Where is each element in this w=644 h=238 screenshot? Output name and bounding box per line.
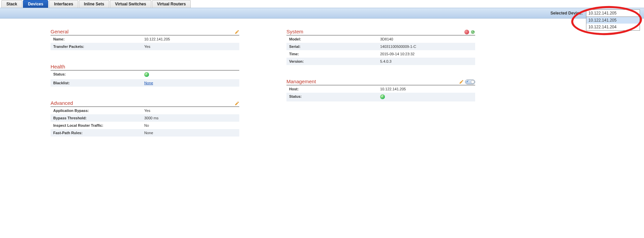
device-option-0[interactable]: 10.122.141.205 bbox=[586, 17, 640, 24]
right-column: System Model: 3D8140 Serial: 14031100500… bbox=[286, 29, 475, 150]
device-option-1[interactable]: 10.122.141.204 bbox=[586, 24, 640, 30]
value-name: 10.122.141.205 bbox=[144, 37, 237, 41]
pencil-icon[interactable] bbox=[235, 101, 239, 106]
row-fast-path: Fast-Path Rules: None bbox=[51, 129, 239, 137]
label-model: Model: bbox=[289, 37, 380, 41]
row-name: Name: 10.122.141.205 bbox=[51, 35, 239, 43]
row-bypass-threshold: Bypass Threshold: 3000 ms bbox=[51, 114, 239, 122]
tab-interfaces[interactable]: Interfaces bbox=[49, 0, 78, 8]
value-app-bypass: Yes bbox=[144, 109, 237, 113]
row-blacklist: Blacklist: None bbox=[51, 79, 239, 87]
blacklist-link[interactable]: None bbox=[144, 81, 153, 85]
label-serial: Serial: bbox=[289, 44, 380, 49]
row-app-bypass: Application Bypass: Yes bbox=[51, 107, 239, 114]
row-host: Host: 10.122.141.205 bbox=[286, 85, 475, 93]
section-system: System Model: 3D8140 Serial: 14031100500… bbox=[286, 29, 475, 65]
status-ok-icon bbox=[380, 94, 385, 99]
selected-device-label: Selected Device: bbox=[551, 11, 583, 16]
row-mgmt-status: Status: bbox=[286, 93, 475, 101]
value-health-status bbox=[144, 72, 237, 78]
section-advanced: Advanced Application Bypass: Yes Bypass … bbox=[51, 100, 239, 137]
content-area: General Name: 10.122.141.205 Transfer Pa… bbox=[0, 19, 644, 150]
pencil-icon[interactable] bbox=[459, 80, 464, 84]
label-host: Host: bbox=[289, 87, 380, 91]
restart-icon[interactable] bbox=[470, 30, 475, 34]
value-inspect-local: No bbox=[144, 123, 237, 127]
row-version: Version: 5.4.0.3 bbox=[286, 58, 475, 65]
row-model: Model: 3D8140 bbox=[286, 35, 475, 43]
tab-devices[interactable]: Devices bbox=[23, 0, 48, 8]
section-health: Health Status: Blacklist: None bbox=[51, 64, 239, 87]
label-time: Time: bbox=[289, 52, 380, 56]
tab-virtual-routers[interactable]: Virtual Routers bbox=[152, 0, 191, 8]
selected-device-options: 10.122.141.205 10.122.141.204 bbox=[586, 17, 640, 31]
tab-bar: Stack Devices Interfaces Inline Sets Vir… bbox=[0, 0, 644, 8]
value-time: 2015-09-14 10:23:32 bbox=[380, 52, 472, 56]
value-serial: 14031100500009-1-C bbox=[380, 44, 472, 49]
value-host: 10.122.141.205 bbox=[380, 87, 472, 91]
pencil-icon[interactable] bbox=[235, 30, 239, 34]
label-app-bypass: Application Bypass: bbox=[53, 109, 144, 113]
status-ok-icon bbox=[144, 72, 149, 77]
section-title-system: System bbox=[286, 29, 303, 34]
section-title-general: General bbox=[51, 29, 68, 34]
tab-virtual-switches[interactable]: Virtual Switches bbox=[110, 0, 151, 8]
section-management: Management Host: 10.122.141.205 Status: bbox=[286, 79, 475, 101]
row-time: Time: 2015-09-14 10:23:32 bbox=[286, 50, 475, 58]
value-bypass-threshold: 3000 ms bbox=[144, 116, 237, 120]
row-serial: Serial: 14031100500009-1-C bbox=[286, 43, 475, 50]
section-title-health: Health bbox=[51, 64, 65, 69]
row-health-status: Status: bbox=[51, 70, 239, 79]
label-fast-path: Fast-Path Rules: bbox=[53, 131, 144, 135]
value-transfer-packets: Yes bbox=[144, 44, 237, 49]
selected-device-bar: Selected Device: 10.122.141.205 10.122.1… bbox=[0, 8, 644, 19]
row-transfer-packets: Transfer Packets: Yes bbox=[51, 43, 239, 50]
label-transfer-packets: Transfer Packets: bbox=[53, 44, 144, 49]
label-blacklist: Blacklist: bbox=[53, 81, 144, 85]
row-inspect-local: Inspect Local Router Traffic: No bbox=[51, 122, 239, 129]
shutdown-icon[interactable] bbox=[464, 30, 469, 34]
section-title-advanced: Advanced bbox=[51, 100, 73, 106]
tab-inline-sets[interactable]: Inline Sets bbox=[79, 0, 109, 8]
value-mgmt-status bbox=[380, 94, 472, 100]
section-general: General Name: 10.122.141.205 Transfer Pa… bbox=[51, 29, 239, 50]
value-version: 5.4.0.3 bbox=[380, 59, 472, 63]
section-title-management: Management bbox=[286, 79, 316, 84]
label-mgmt-status: Status: bbox=[289, 94, 380, 100]
value-model: 3D8140 bbox=[380, 37, 472, 41]
tab-stack[interactable]: Stack bbox=[1, 0, 22, 8]
left-column: General Name: 10.122.141.205 Transfer Pa… bbox=[51, 29, 239, 150]
management-toggle[interactable] bbox=[465, 80, 475, 84]
label-inspect-local: Inspect Local Router Traffic: bbox=[53, 123, 144, 127]
label-name: Name: bbox=[53, 37, 144, 41]
label-bypass-threshold: Bypass Threshold: bbox=[53, 116, 144, 120]
label-health-status: Status: bbox=[53, 72, 144, 78]
label-version: Version: bbox=[289, 59, 380, 63]
selected-device-dropdown[interactable]: 10.122.141.205 bbox=[586, 9, 640, 17]
value-fast-path: None bbox=[144, 131, 237, 135]
